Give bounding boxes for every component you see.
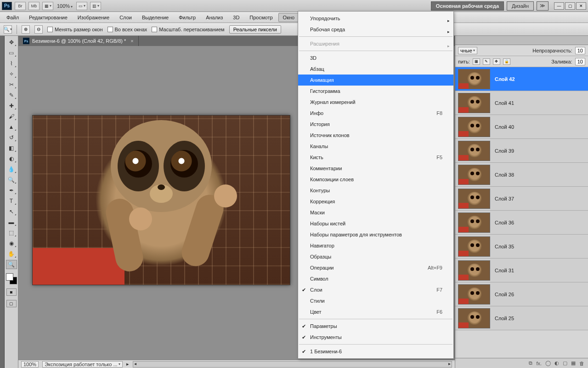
blend-mode-dropdown[interactable]: чные: [458, 47, 477, 54]
menu-item-каналы[interactable]: Каналы: [298, 141, 453, 152]
layer-thumbnail[interactable]: [458, 141, 490, 161]
status-arrow-icon[interactable]: ▸: [126, 361, 129, 367]
canvas[interactable]: [32, 115, 290, 285]
extras-button[interactable]: ▥: [90, 2, 101, 10]
all-windows-checkbox[interactable]: Во всех окнах: [107, 27, 147, 32]
document-tab[interactable]: Ps Безимени-6 @ 100% (Слой 42, RGB/8) * …: [18, 36, 139, 46]
quickmask-button[interactable]: ◙: [6, 288, 17, 296]
menu-item-журнал-измерений[interactable]: Журнал измерений: [298, 97, 453, 108]
lock-pixels-icon[interactable]: ▦: [473, 58, 480, 65]
crop-tool[interactable]: ✂: [6, 80, 17, 89]
foreground-color-swatch[interactable]: [6, 273, 13, 281]
layer-thumbnail[interactable]: [458, 260, 490, 281]
menu-item-история[interactable]: История: [298, 119, 453, 130]
menu-item-кисть[interactable]: КистьF5: [298, 152, 453, 163]
layer-row[interactable]: Слой 35: [455, 235, 588, 259]
layer-row[interactable]: Слой 40: [455, 115, 588, 139]
layer-thumbnail[interactable]: [458, 213, 490, 233]
drag-zoom-checkbox[interactable]: Масштаб. перетаскиванием: [152, 27, 224, 32]
menu-select[interactable]: Выделение: [137, 13, 173, 22]
menu-item-композиции-слоев[interactable]: Композиции слоев: [298, 174, 453, 185]
blur-tool[interactable]: 💧: [6, 165, 17, 174]
workspace-design-button[interactable]: Дизайн: [507, 1, 534, 11]
zoom-tool[interactable]: 🔍: [6, 260, 17, 269]
status-zoom[interactable]: 100%: [21, 361, 39, 368]
fill-value[interactable]: 10: [575, 58, 585, 65]
menu-item-рабочая-среда[interactable]: Рабочая среда: [298, 24, 453, 35]
lock-position-icon[interactable]: ✥: [493, 58, 500, 65]
minibridge-button[interactable]: Mb: [28, 2, 40, 10]
menu-item-наборы-кистей[interactable]: Наборы кистей: [298, 218, 453, 229]
3d-camera-tool[interactable]: ◉: [6, 239, 17, 248]
menu-item-инструменты[interactable]: ✔Инструменты: [298, 332, 453, 343]
gradient-tool[interactable]: ◐: [6, 154, 17, 163]
menu-item-упорядочить[interactable]: Упорядочить: [298, 13, 453, 24]
resize-windows-checkbox[interactable]: Менять размер окон: [47, 27, 103, 32]
menu-item-3d[interactable]: 3D: [298, 52, 453, 63]
layer-row[interactable]: Слой 42: [455, 67, 588, 91]
layer-thumbnail[interactable]: [458, 69, 490, 89]
layer-row[interactable]: Слой 36: [455, 211, 588, 235]
menu-3d[interactable]: 3D: [228, 13, 244, 22]
menu-filter[interactable]: Фильтр: [174, 13, 200, 22]
wand-tool[interactable]: ✧: [6, 69, 17, 79]
zoom-out-icon[interactable]: ⊖: [34, 25, 43, 34]
layer-row[interactable]: Слой 41: [455, 91, 588, 115]
menu-item-инфо[interactable]: ИнфоF8: [298, 108, 453, 119]
close-button[interactable]: ✕: [576, 2, 586, 10]
hand-tool[interactable]: ✋: [6, 249, 17, 259]
dodge-tool[interactable]: 🔍: [6, 175, 17, 184]
stamp-tool[interactable]: ▲: [6, 122, 17, 132]
screenmode-button[interactable]: ▢: [6, 300, 17, 307]
link-layers-icon[interactable]: ⧉: [529, 360, 532, 366]
layer-thumbnail[interactable]: [458, 189, 490, 209]
lock-brush-icon[interactable]: ✎: [483, 58, 490, 65]
menu-analysis[interactable]: Анализ: [201, 13, 227, 22]
status-info[interactable]: Экспозиция работает только ...: [42, 361, 122, 368]
mask-icon[interactable]: ◯: [545, 360, 551, 366]
menu-item-контуры[interactable]: Контуры: [298, 185, 453, 196]
layer-row[interactable]: Слой 39: [455, 139, 588, 163]
color-swatches[interactable]: [6, 273, 17, 284]
healing-tool[interactable]: ✚: [6, 101, 17, 110]
layer-row[interactable]: Слой 31: [455, 259, 588, 282]
workspace-more-button[interactable]: ≫: [537, 1, 548, 11]
menu-item-1-безимени-6[interactable]: ✔1 Безимени-6: [298, 346, 453, 357]
layer-thumbnail[interactable]: [458, 284, 490, 305]
horizontal-scrollbar[interactable]: [133, 361, 452, 368]
layer-row[interactable]: Слой 38: [455, 163, 588, 187]
group-icon[interactable]: ▢: [563, 360, 567, 366]
panel-tabs[interactable]: [455, 36, 588, 45]
menu-item-навигатор[interactable]: Навигатор: [298, 240, 453, 251]
workspace-primary-button[interactable]: Основная рабочая среда: [431, 1, 504, 11]
menu-item-образцы[interactable]: Образцы: [298, 251, 453, 262]
actual-pixels-button[interactable]: Реальные пиксели: [229, 25, 281, 34]
marquee-tool[interactable]: ▭: [6, 48, 17, 58]
layer-row[interactable]: Слой 25: [455, 306, 588, 330]
history-brush-tool[interactable]: ↺: [6, 133, 17, 142]
menu-item-операции[interactable]: ОперацииAlt+F9: [298, 262, 453, 273]
menu-item-источник-клонов[interactable]: Источник клонов: [298, 130, 453, 141]
menu-window[interactable]: Окно: [278, 13, 300, 22]
menu-item-анимация[interactable]: Анимация: [298, 75, 453, 86]
pen-tool[interactable]: ✒: [6, 186, 17, 195]
lock-all-icon[interactable]: 🔒: [503, 58, 510, 65]
eraser-tool[interactable]: ◧: [6, 144, 17, 153]
layer-thumbnail[interactable]: [458, 236, 490, 257]
menu-item-комментарии[interactable]: Комментарии: [298, 163, 453, 174]
type-tool[interactable]: T: [6, 196, 17, 206]
doc-layout-button[interactable]: ▦: [42, 2, 53, 10]
zoom-dropdown[interactable]: 100%: [56, 3, 74, 9]
layer-row[interactable]: Слой 37: [455, 187, 588, 211]
menu-item-абзац[interactable]: Абзац: [298, 63, 453, 75]
opacity-value[interactable]: 10: [575, 47, 585, 54]
minimize-button[interactable]: —: [554, 2, 564, 10]
menu-item-слои[interactable]: ✔СлоиF7: [298, 284, 453, 295]
3d-tool[interactable]: ⬚: [6, 228, 17, 237]
screen-mode-button[interactable]: ▭: [76, 2, 87, 10]
menu-file[interactable]: Файл: [2, 13, 23, 22]
menu-image[interactable]: Изображение: [73, 13, 114, 22]
maximize-button[interactable]: ▢: [565, 2, 575, 10]
menu-item-гистограмма[interactable]: Гистограмма: [298, 86, 453, 97]
fx-icon[interactable]: fx.: [536, 361, 542, 366]
